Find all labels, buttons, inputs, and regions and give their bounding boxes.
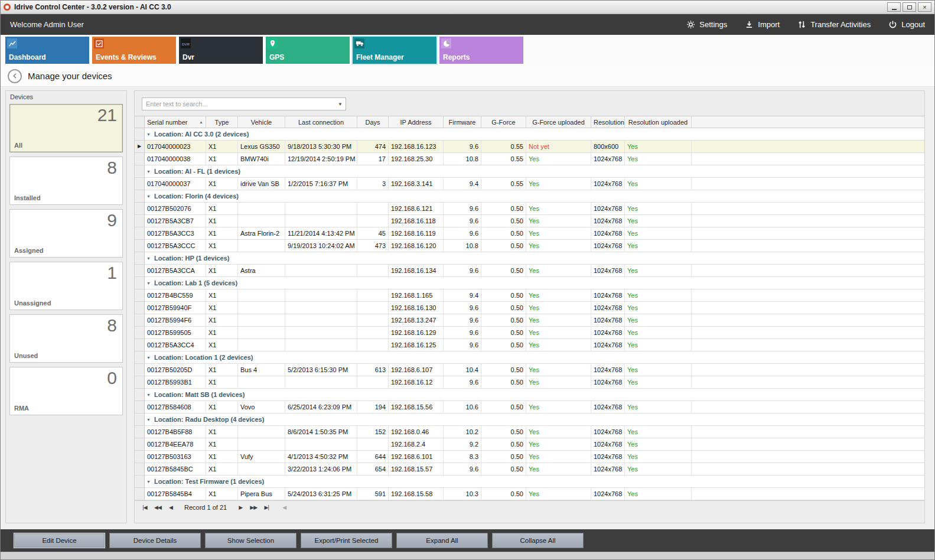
row-indicator-cell [135,165,145,178]
expand-all-button[interactable]: Expand All [396,533,488,548]
scroll-left-icon[interactable]: ◀ [280,504,288,510]
tab-label-fleet-manager: Fleet Manager [356,53,404,61]
device-filter-unassigned[interactable]: 1Unassigned [9,262,123,310]
collapse-triangle-icon[interactable]: ▼ [146,393,151,397]
device-details-button[interactable]: Device Details [109,533,201,548]
import-button[interactable]: Import [745,20,780,29]
cell-last-connection: 11/21/2014 4:13:42 PM [285,227,357,240]
group-row[interactable]: ▼Location: Matt SB (1 devices) [135,389,924,401]
row-indicator-cell [135,302,145,314]
device-row[interactable]: 017040000038X1BMW740i12/19/2014 2:50:19 … [135,153,924,165]
edit-device-button[interactable]: Edit Device [14,533,105,548]
cell-g-force-uploaded: Yes [526,203,591,215]
device-row[interactable]: 00127B4BC559X1192.168.1.1659.40.50Yes102… [135,289,924,302]
cell-type: X1 [206,401,238,414]
search-dropdown-icon[interactable]: ▼ [335,102,346,107]
device-row[interactable]: 00127B5A3CCCX19/19/2013 10:24:02 AM47319… [135,240,924,252]
show-selection-button[interactable]: Show Selection [205,533,297,548]
group-row[interactable]: ▼Location: Lab 1 (5 devices) [135,277,924,289]
last-record-button[interactable]: ▶| [262,504,271,510]
collapse-triangle-icon[interactable]: ▼ [146,480,151,484]
collapse-triangle-icon[interactable]: ▼ [146,256,151,261]
column-header-resolution[interactable]: Resolution [591,116,625,128]
column-header-resolution-uploaded[interactable]: Resolution uploaded [625,116,692,128]
collapse-triangle-icon[interactable]: ▼ [146,356,151,360]
column-header-g-force-uploaded[interactable]: G-Force uploaded [526,116,591,128]
group-row[interactable]: ▼Location: Florin (4 devices) [135,190,924,203]
device-row[interactable]: 00127B5A3CCAX1Astra192.168.16.1349.60.50… [135,265,924,277]
group-row[interactable]: ▼Location: Location 1 (2 devices) [135,351,924,364]
transfer-activities-button[interactable]: Transfer Activities [797,20,871,29]
collapse-all-button[interactable]: Collapse All [492,533,584,548]
device-row[interactable]: 00127B5993B1X1192.168.16.129.60.50Yes102… [135,376,924,389]
tab-fleet-manager[interactable]: Fleet Manager [353,37,436,64]
collapse-triangle-icon[interactable]: ▼ [146,418,151,422]
minimize-button[interactable] [887,2,901,12]
tab-events-reviews[interactable]: Events & Reviews [92,37,176,64]
column-header-g-force[interactable]: G-Force [481,116,526,128]
tab-dvr[interactable]: DVRDvr [179,37,263,64]
device-row[interactable]: 00127B503163X1Vufy4/1/2013 4:50:32 PM644… [135,451,924,463]
device-row[interactable]: 00127B59940FX1192.168.16.1309.60.50Yes10… [135,302,924,314]
close-button[interactable]: × [918,2,931,12]
cell-resolution-uploaded: Yes [625,314,692,327]
prev-record-button[interactable]: ◀ [167,504,175,510]
column-header-type[interactable]: Type [206,116,238,128]
column-header-vehicle[interactable]: Vehicle [238,116,285,128]
cell-days [357,376,389,389]
group-row[interactable]: ▼Location: AI - FL (1 devices) [135,165,924,178]
cell-resolution: 1024x768 [591,463,625,476]
group-row[interactable]: ▼Location: HP (1 devices) [135,252,924,265]
column-header-serial-number[interactable]: Serial number▲ [145,116,206,128]
cell-g-force-uploaded: Not yet [526,141,591,153]
group-header: ▼Location: Location 1 (2 devices) [145,351,924,364]
maximize-button[interactable] [903,2,916,12]
column-header-days[interactable]: Days [357,116,389,128]
device-filter-all[interactable]: 21All [9,104,123,152]
device-row[interactable]: 00127B5A3CC4X1192.168.16.1259.60.50Yes10… [135,339,924,351]
group-title-text: Location: AI - FL (1 devices) [154,168,240,175]
device-row[interactable]: 00127B5A3CB7X1192.168.16.1189.60.50Yes10… [135,215,924,227]
prev-page-button[interactable]: ◀◀ [154,504,162,510]
group-row[interactable]: ▼Location: Test Firmware (1 devices) [135,476,924,488]
device-row[interactable]: 00127B5994F6X1192.168.13.2479.60.50Yes10… [135,314,924,327]
row-indicator-cell [135,203,145,215]
device-row[interactable]: 00127B584608X1Vovo6/25/2014 6:23:09 PM19… [135,401,924,414]
group-row[interactable]: ▼Location: Radu Desktop (4 devices) [135,414,924,426]
collapse-triangle-icon[interactable]: ▼ [146,194,151,198]
tab-dashboard[interactable]: Dashboard [5,37,89,64]
logout-button[interactable]: Logout [888,20,925,29]
column-header-ip-address[interactable]: IP Address [389,116,444,128]
collapse-triangle-icon[interactable]: ▼ [146,170,151,174]
next-page-button[interactable]: ▶▶ [249,504,258,510]
device-row[interactable]: ▶017040000023X1Lexus GS3509/18/2013 5:30… [135,141,924,153]
device-row[interactable]: 00127B50205DX1Bus 45/2/2013 6:15:30 PM61… [135,364,924,376]
collapse-triangle-icon[interactable]: ▼ [146,132,151,136]
device-filter-rma[interactable]: 0RMA [9,367,123,415]
row-filler-cell [692,451,924,463]
search-input[interactable] [142,100,335,108]
device-row[interactable]: 00127B5845BCX13/22/2013 1:24:06 PM654192… [135,463,924,476]
device-filter-unused[interactable]: 8Unused [9,314,123,363]
device-filter-assigned[interactable]: 9Assigned [9,209,123,258]
device-row[interactable]: 00127B5845B4X1Pipera Bus5/24/2013 6:31:2… [135,488,924,500]
column-header-last-connection[interactable]: Last connection [285,116,357,128]
device-row[interactable]: 00127B502076X1192.168.6.1219.60.50Yes102… [135,203,924,215]
export-print-selected-button[interactable]: Export/Print Selected [301,533,392,548]
settings-button[interactable]: Settings [686,20,727,29]
device-row[interactable]: 00127B4EEA78X1192.168.2.49.20.50Yes1024x… [135,438,924,451]
group-row[interactable]: ▼Location: AI CC 3.0 (2 devices) [135,128,924,141]
device-row[interactable]: 00127B599505X1192.168.16.1299.60.50Yes10… [135,327,924,339]
device-row[interactable]: 00127B4B5F88X18/6/2014 1:50:35 PM152192.… [135,426,924,438]
tab-reports[interactable]: Reports [439,37,523,64]
device-row[interactable]: 017040000037X1idrive Van SB1/2/2015 7:16… [135,178,924,190]
tab-gps[interactable]: GPS [266,37,350,64]
back-button[interactable] [8,69,22,83]
collapse-triangle-icon[interactable]: ▼ [146,281,151,285]
first-record-button[interactable]: |◀ [141,504,149,510]
cell-g-force: 0.50 [481,227,526,240]
device-filter-installed[interactable]: 8Installed [9,157,123,205]
next-record-button[interactable]: ▶ [236,504,245,510]
device-row[interactable]: 00127B5A3CC3X1Astra Florin-211/21/2014 4… [135,227,924,240]
column-header-firmware[interactable]: Firmware [444,116,481,128]
